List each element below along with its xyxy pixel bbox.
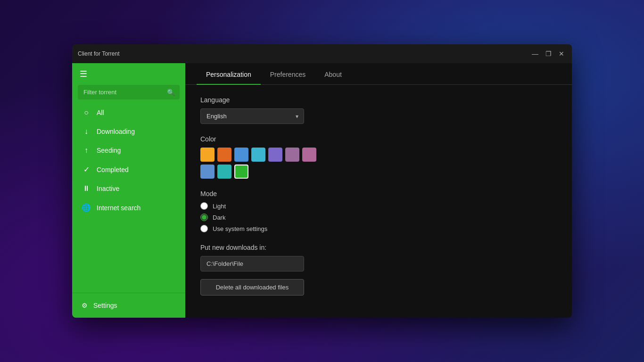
settings-icon: ⚙ xyxy=(82,302,88,309)
tab-preferences[interactable]: Preferences xyxy=(261,63,315,85)
mode-dark-radio[interactable] xyxy=(200,214,208,221)
color-swatches xyxy=(200,148,332,179)
sidebar-item-seeding-label: Seeding xyxy=(97,147,121,154)
tab-personalization[interactable]: Personalization xyxy=(197,63,261,85)
color-swatch-purple1[interactable] xyxy=(268,148,282,162)
color-swatch-blue1[interactable] xyxy=(234,148,248,162)
mode-system-label: Use system settings xyxy=(213,225,267,232)
settings-label: Settings xyxy=(93,302,117,309)
close-button[interactable]: ✕ xyxy=(557,49,566,58)
mode-dark-item[interactable]: Dark xyxy=(200,214,557,221)
language-dropdown-wrapper: English French Spanish German Italian ▾ xyxy=(200,108,304,124)
all-icon: ○ xyxy=(82,108,91,117)
settings-content: Language English French Spanish German I… xyxy=(185,85,572,318)
mode-section: Mode Light Dark Use system settings xyxy=(200,190,557,232)
right-panel: Personalization Preferences About Langua… xyxy=(185,63,572,318)
downloads-path-input[interactable] xyxy=(200,256,304,272)
sidebar-item-seeding[interactable]: ↑ Seeding xyxy=(74,141,183,159)
search-input[interactable] xyxy=(78,85,180,99)
title-bar: Client for Torrent — ❐ ✕ xyxy=(72,44,572,63)
color-swatch-blue2[interactable] xyxy=(251,148,265,162)
sidebar-item-completed[interactable]: ✓ Completed xyxy=(74,160,183,179)
tabs-bar: Personalization Preferences About xyxy=(185,63,572,85)
color-swatch-pink1[interactable] xyxy=(302,148,316,162)
color-section: Color xyxy=(200,135,557,179)
mode-dark-label: Dark xyxy=(213,214,225,221)
internet-search-icon: 🌐 xyxy=(82,203,91,212)
language-select[interactable]: English French Spanish German Italian xyxy=(200,108,304,124)
sidebar-item-inactive[interactable]: ⏸ Inactive xyxy=(74,180,183,197)
mode-light-item[interactable]: Light xyxy=(200,202,557,210)
minimize-button[interactable]: — xyxy=(530,49,540,58)
sidebar-item-internet-search[interactable]: 🌐 Internet search xyxy=(74,198,183,217)
hamburger-menu-icon[interactable]: ☰ xyxy=(72,63,185,85)
mode-system-radio[interactable] xyxy=(200,225,208,232)
color-swatch-orange1[interactable] xyxy=(200,148,215,162)
color-swatch-blue3[interactable] xyxy=(200,165,215,179)
delete-downloads-button[interactable]: Delete all downloaded files xyxy=(200,279,304,296)
color-swatch-green[interactable] xyxy=(234,165,248,179)
sidebar-item-internet-search-label: Internet search xyxy=(97,204,140,212)
sidebar-item-downloading-label: Downloading xyxy=(97,128,135,135)
search-wrapper: 🔍 xyxy=(78,85,180,99)
sidebar-nav: ○ All ↓ Downloading ↑ Seeding ✓ Complete… xyxy=(72,103,185,293)
sidebar-item-downloading[interactable]: ↓ Downloading xyxy=(74,123,183,140)
color-swatch-teal[interactable] xyxy=(217,165,231,179)
maximize-button[interactable]: ❐ xyxy=(544,49,553,58)
mode-light-label: Light xyxy=(213,203,226,210)
sidebar-item-completed-label: Completed xyxy=(97,166,129,173)
main-area: ☰ 🔍 ○ All ↓ Downloading ↑ Seeding xyxy=(72,63,572,318)
tab-about[interactable]: About xyxy=(315,63,351,85)
sidebar-item-all[interactable]: ○ All xyxy=(74,104,183,122)
mode-label: Mode xyxy=(200,190,557,197)
color-label: Color xyxy=(200,135,557,143)
sidebar: ☰ 🔍 ○ All ↓ Downloading ↑ Seeding xyxy=(72,63,185,318)
inactive-icon: ⏸ xyxy=(82,184,91,193)
sidebar-item-inactive-label: Inactive xyxy=(97,185,119,192)
language-label: Language xyxy=(200,96,557,104)
color-swatch-orange2[interactable] xyxy=(217,148,231,162)
completed-icon: ✓ xyxy=(82,165,91,174)
mode-light-radio[interactable] xyxy=(200,202,208,210)
settings-nav-item[interactable]: ⚙ Settings xyxy=(74,297,183,314)
window-controls: — ❐ ✕ xyxy=(530,49,566,58)
mode-system-item[interactable]: Use system settings xyxy=(200,225,557,232)
sidebar-bottom: ⚙ Settings xyxy=(72,293,185,318)
downloading-icon: ↓ xyxy=(82,127,91,136)
app-window: Client for Torrent — ❐ ✕ ☰ 🔍 ○ All ↓ xyxy=(72,44,572,318)
window-title: Client for Torrent xyxy=(78,50,119,57)
downloads-label: Put new downloads in: xyxy=(200,244,557,251)
color-swatch-purple2[interactable] xyxy=(285,148,299,162)
downloads-section: Put new downloads in: xyxy=(200,244,557,272)
sidebar-item-all-label: All xyxy=(97,109,104,116)
mode-radio-group: Light Dark Use system settings xyxy=(200,202,557,232)
seeding-icon: ↑ xyxy=(82,146,91,155)
